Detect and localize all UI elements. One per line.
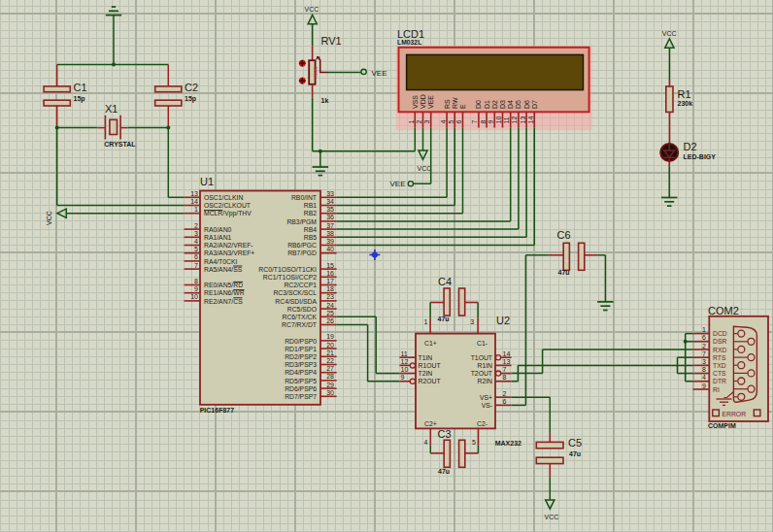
svg-text:RW: RW [452, 97, 458, 109]
svg-text:11: 11 [503, 116, 510, 123]
svg-text:21: 21 [326, 349, 334, 356]
svg-text:10: 10 [495, 116, 502, 124]
svg-text:RXD: RXD [713, 347, 726, 353]
svg-text:OSC1/CLKIN: OSC1/CLKIN [204, 194, 244, 201]
svg-text:VCC: VCC [662, 30, 677, 37]
svg-text:R2OUT: R2OUT [419, 378, 441, 384]
svg-text:MAX232: MAX232 [495, 440, 521, 447]
svg-text:26: 26 [326, 317, 334, 324]
svg-text:2: 2 [702, 343, 706, 349]
svg-text:47u: 47u [569, 450, 581, 457]
svg-text:5: 5 [472, 439, 476, 446]
svg-text:C1-: C1- [477, 340, 487, 347]
svg-text:50%: 50% [313, 67, 319, 78]
svg-text:OSC2/CLKOUT: OSC2/CLKOUT [204, 202, 251, 209]
svg-text:E: E [459, 104, 466, 109]
svg-text:14: 14 [503, 350, 511, 357]
svg-text:RC7/RX/DT: RC7/RX/DT [282, 321, 317, 328]
svg-text:RA5/AN4/SS: RA5/AN4/SS [204, 266, 243, 273]
svg-text:RB6/PGC: RB6/PGC [287, 242, 317, 249]
svg-text:CRYSTAL: CRYSTAL [104, 141, 136, 148]
svg-text:35: 35 [326, 206, 334, 213]
svg-text:6: 6 [702, 334, 706, 341]
svg-text:RE1/AN6/WR: RE1/AN6/WR [204, 289, 245, 296]
svg-text:7: 7 [702, 350, 706, 357]
svg-text:RA4/T0CKI: RA4/T0CKI [204, 258, 237, 265]
svg-text:RC2/CCP1: RC2/CCP1 [284, 282, 317, 288]
svg-text:RTS: RTS [713, 354, 726, 361]
svg-text:8: 8 [503, 374, 507, 381]
svg-text:RD7/PSP7: RD7/PSP7 [285, 393, 317, 400]
svg-text:27: 27 [326, 365, 334, 372]
svg-text:D2: D2 [491, 100, 498, 109]
svg-text:16: 16 [326, 270, 334, 277]
svg-text:ERROR: ERROR [723, 411, 747, 417]
svg-text:9: 9 [702, 382, 706, 389]
svg-text:U2: U2 [496, 315, 510, 326]
svg-text:RA3/AN3/VREF+: RA3/AN3/VREF+ [204, 249, 254, 256]
svg-text:13: 13 [503, 358, 511, 365]
svg-text:230k: 230k [678, 100, 693, 107]
svg-text:C2+: C2+ [424, 420, 437, 427]
svg-text:1: 1 [423, 318, 427, 325]
svg-text:15: 15 [326, 262, 334, 269]
svg-text:LCD1: LCD1 [397, 28, 424, 40]
svg-text:RD0/PSP0: RD0/PSP0 [285, 338, 317, 345]
svg-text:CTS: CTS [713, 370, 726, 377]
svg-text:R1: R1 [678, 88, 691, 100]
svg-text:D2: D2 [684, 141, 697, 152]
svg-text:VEE: VEE [390, 180, 406, 188]
svg-text:4: 4 [702, 374, 706, 381]
svg-text:3: 3 [423, 120, 430, 124]
svg-text:T2OUT: T2OUT [471, 370, 492, 377]
svg-text:38: 38 [326, 230, 334, 237]
svg-text:36: 36 [326, 214, 334, 220]
svg-text:17: 17 [326, 278, 334, 284]
svg-text:18: 18 [326, 285, 334, 292]
svg-text:COM2: COM2 [708, 305, 739, 316]
svg-text:VCC: VCC [545, 514, 559, 520]
svg-text:9: 9 [401, 374, 405, 381]
svg-text:15p: 15p [185, 95, 196, 103]
svg-text:34: 34 [326, 198, 334, 205]
svg-text:D7: D7 [531, 100, 538, 109]
svg-text:4: 4 [194, 238, 198, 245]
svg-text:12: 12 [401, 358, 409, 365]
svg-text:33: 33 [326, 190, 334, 197]
svg-text:DTR: DTR [713, 378, 726, 384]
svg-text:6: 6 [455, 120, 462, 124]
svg-text:8: 8 [480, 120, 487, 124]
svg-text:7: 7 [194, 262, 198, 269]
svg-text:12: 12 [511, 116, 518, 124]
svg-text:15p: 15p [74, 95, 85, 103]
svg-text:T2IN: T2IN [419, 370, 433, 377]
svg-text:VSS: VSS [412, 95, 419, 109]
svg-text:T1IN: T1IN [419, 354, 433, 361]
svg-text:47u: 47u [438, 316, 450, 322]
svg-text:23: 23 [326, 293, 334, 300]
svg-text:7: 7 [471, 120, 478, 124]
svg-text:C5: C5 [568, 437, 582, 449]
svg-text:U1: U1 [200, 176, 214, 187]
svg-text:R2IN: R2IN [478, 378, 493, 384]
svg-text:D1: D1 [484, 100, 490, 109]
svg-text:VS+: VS+ [480, 394, 492, 401]
svg-text:RC3/SCK/SCL: RC3/SCK/SCL [273, 289, 317, 296]
svg-text:RB4: RB4 [304, 226, 317, 233]
svg-text:VEE: VEE [372, 69, 387, 78]
svg-text:47u: 47u [558, 269, 570, 276]
svg-text:VEE: VEE [427, 95, 434, 109]
svg-text:13: 13 [190, 190, 198, 197]
svg-text:11: 11 [401, 350, 408, 357]
svg-text:C6: C6 [557, 229, 571, 241]
svg-text:VCC: VCC [418, 165, 432, 172]
svg-text:39: 39 [326, 238, 334, 245]
svg-text:14: 14 [190, 198, 198, 205]
svg-text:RD3/PSP3: RD3/PSP3 [285, 361, 317, 368]
svg-text:RD1/PSP1: RD1/PSP1 [285, 346, 317, 352]
svg-text:RB3/PGM: RB3/PGM [286, 218, 317, 225]
svg-text:RC5/SDO: RC5/SDO [287, 306, 317, 313]
svg-text:22: 22 [326, 357, 334, 364]
svg-text:C1: C1 [74, 82, 87, 93]
svg-text:D6: D6 [523, 100, 530, 109]
